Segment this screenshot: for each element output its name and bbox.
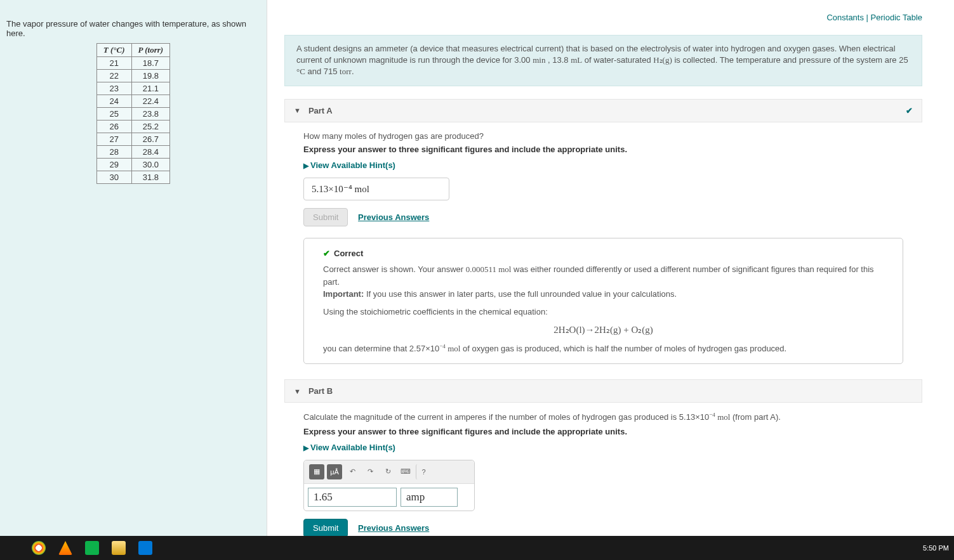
part-a-instruction: Express your answer to three significant… <box>303 145 903 154</box>
part-a-answer: 5.13×10⁻⁴ mol <box>303 178 449 200</box>
keyboard-icon[interactable]: ⌨ <box>398 464 413 479</box>
part-b-question: Calculate the magnitude of the current i… <box>303 412 903 422</box>
folder-icon[interactable] <box>112 541 126 555</box>
taskbar[interactable]: 5:50 PM <box>0 536 954 560</box>
table-row: 2321.1 <box>96 82 169 95</box>
constants-link[interactable]: Constants <box>826 13 864 22</box>
part-a-feedback: ✔Correct Correct answer is shown. Your a… <box>303 238 903 365</box>
collapse-icon: ▼ <box>294 107 301 114</box>
value-input[interactable]: 1.65 <box>308 488 397 507</box>
part-b-instruction: Express your answer to three significant… <box>303 427 903 436</box>
reset-icon[interactable]: ↻ <box>380 464 395 479</box>
part-a-body: How many moles of hydrogen gas are produ… <box>284 131 922 380</box>
part-a-title: Part A <box>308 106 333 115</box>
table-row: 2422.4 <box>96 95 169 108</box>
chrome-icon[interactable] <box>32 541 46 555</box>
help-icon[interactable]: ? <box>416 464 431 479</box>
problem-statement: A student designs an ammeter (a device t… <box>284 35 922 86</box>
check-icon: ✔ <box>906 106 913 115</box>
divider <box>267 0 278 560</box>
part-a-submit-button: Submit <box>303 208 348 226</box>
th-temp: T (°C) <box>96 44 131 57</box>
collapse-icon: ▼ <box>294 387 301 395</box>
part-b-submit-button[interactable]: Submit <box>303 519 348 537</box>
app-icon[interactable] <box>138 541 152 555</box>
table-row: 2625.2 <box>96 120 169 133</box>
symbols-icon[interactable]: μÅ <box>327 464 342 479</box>
table-row: 2930.0 <box>96 159 169 171</box>
table-row: 2726.7 <box>96 133 169 146</box>
undo-icon[interactable]: ↶ <box>345 464 360 479</box>
part-b-previous-link[interactable]: Previous Answers <box>358 523 429 533</box>
th-press: P (torr) <box>131 44 170 57</box>
part-a-previous-link[interactable]: Previous Answers <box>358 212 429 222</box>
part-a-header[interactable]: ▼ Part A ✔ <box>284 99 922 122</box>
left-panel: The vapor pressure of water changes with… <box>0 0 267 560</box>
table-row: 3031.8 <box>96 171 169 184</box>
intro-text: The vapor pressure of water changes with… <box>6 19 260 38</box>
vapor-table: T (°C) P (torr) 2118.72219.82321.12422.4… <box>96 43 170 184</box>
editor-toolbar: ▦ μÅ ↶ ↷ ↻ ⌨ ? <box>304 460 474 484</box>
table-row: 2219.8 <box>96 70 169 82</box>
right-panel: Constants | Periodic Table A student des… <box>278 0 954 560</box>
app-icon[interactable] <box>85 541 99 555</box>
table-row: 2118.7 <box>96 57 169 70</box>
clock: 5:50 PM <box>923 544 949 552</box>
table-row: 2828.4 <box>96 146 169 159</box>
redo-icon[interactable]: ↷ <box>362 464 378 479</box>
part-a-question: How many moles of hydrogen gas are produ… <box>303 131 903 141</box>
table-row: 2523.8 <box>96 108 169 120</box>
app-icon[interactable] <box>58 541 72 555</box>
part-b-header[interactable]: ▼ Part B <box>284 379 922 403</box>
periodic-link[interactable]: Periodic Table <box>871 13 922 22</box>
top-links: Constants | Periodic Table <box>284 13 922 22</box>
part-b-hints[interactable]: View Available Hint(s) <box>303 443 395 452</box>
answer-editor: ▦ μÅ ↶ ↷ ↻ ⌨ ? 1.65 amp <box>303 460 475 511</box>
part-b-title: Part B <box>308 386 333 396</box>
unit-input[interactable]: amp <box>401 488 458 507</box>
check-icon: ✔ <box>323 249 330 258</box>
part-a-hints[interactable]: View Available Hint(s) <box>303 160 395 170</box>
template-icon[interactable]: ▦ <box>309 464 324 479</box>
